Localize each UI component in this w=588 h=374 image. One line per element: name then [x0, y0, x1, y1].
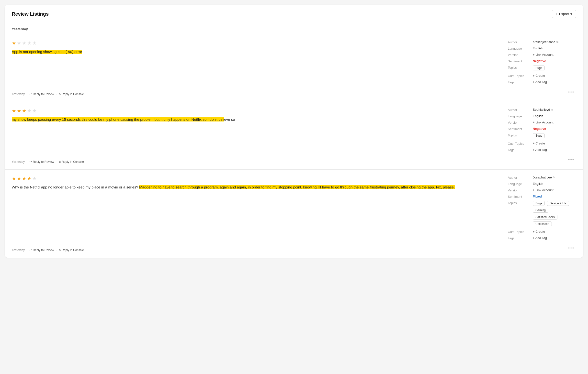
review-highlight-0: my show keeps pausing every 15 seconds t…: [12, 117, 224, 121]
tags-label: Tags: [508, 148, 530, 152]
language-value: English: [533, 182, 543, 186]
author-row: Author prasenjeet saha ⧉: [508, 40, 576, 44]
star-4: ★: [27, 176, 32, 181]
sentiment-label: Sentiment: [508, 59, 530, 63]
topics-row: Topics BugsDesign & UXGamingSatisfied us…: [508, 201, 576, 227]
reply-to-review-link[interactable]: ↩ Reply to Review: [29, 160, 54, 164]
sentiment-row: Sentiment Negative: [508, 59, 576, 63]
language-value: English: [533, 114, 543, 118]
author-row: Author Josaphat Lee ⧉: [508, 176, 576, 179]
reply-to-review-link[interactable]: ↩ Reply to Review: [29, 248, 54, 252]
create-cust-topic-btn[interactable]: + Create: [533, 74, 545, 77]
star-4: ★: [27, 108, 32, 114]
review-main: ★★★★★ App is not opening showing code(-9…: [12, 40, 576, 87]
review-sidebar: Author Josaphat Lee ⧉ Language English V…: [508, 176, 576, 242]
sentiment-label: Sentiment: [508, 127, 530, 131]
star-1: ★: [12, 40, 16, 46]
export-button[interactable]: ↓ Export ▾: [552, 10, 576, 18]
more-options-button[interactable]: •••: [566, 90, 576, 95]
topic-pill-2: Gaming: [533, 208, 548, 213]
topic-pill-3: Satisfied users: [533, 215, 557, 220]
author-label: Author: [508, 176, 530, 179]
topics-wrap: Bugs: [533, 133, 546, 139]
review-footer: Yesterday · ↩ Reply to Review · ⧉ Reply …: [12, 88, 576, 96]
topic-pill-0: Bugs: [533, 66, 545, 70]
add-tag-btn[interactable]: + Add Tag: [533, 80, 547, 84]
cust-topics-row: Cust Topics + Create: [508, 74, 576, 78]
star-3: ★: [22, 40, 26, 46]
more-options-button[interactable]: •••: [566, 246, 576, 251]
review-meta: Yesterday · ↩ Reply to Review · ⧉ Reply …: [12, 248, 84, 252]
star-3: ★: [22, 108, 26, 114]
star-1: ★: [12, 108, 16, 114]
author-value: Sophia lloyd ⧉: [533, 108, 553, 111]
sentiment-label: Sentiment: [508, 195, 530, 198]
sentiment-row: Sentiment Negative: [508, 127, 576, 131]
author-label: Author: [508, 108, 530, 112]
version-label: Version: [508, 121, 530, 124]
dot-separator-1: ·: [27, 248, 27, 252]
topics-wrap: Bugs: [533, 66, 546, 71]
external-link-icon: ⧉: [556, 40, 558, 44]
topic-pill-1: Design & UX: [547, 201, 569, 206]
review-content: ★★★★★ my show keeps pausing every 15 sec…: [12, 108, 502, 154]
language-row: Language English: [508, 46, 576, 50]
external-link-icon: ⧉: [551, 108, 553, 111]
reply-in-console-link[interactable]: ⧉ Reply in Console: [59, 160, 84, 164]
review-content: ★★★★★ Why is the Netflix app no longer a…: [12, 176, 502, 242]
create-cust-topic-btn[interactable]: + Create: [533, 142, 545, 145]
link-account-btn[interactable]: + Link Account: [533, 121, 554, 124]
review-card-1: ★★★★★ App is not opening showing code(-9…: [5, 34, 583, 102]
reviews-container: ★★★★★ App is not opening showing code(-9…: [5, 34, 583, 258]
cust-topics-row: Cust Topics + Create: [508, 230, 576, 234]
export-label: Export: [559, 12, 569, 16]
version-row: Version + Link Account: [508, 188, 576, 192]
reply-in-console-link[interactable]: ⧉ Reply in Console: [59, 248, 84, 252]
dot-separator-2: ·: [56, 160, 57, 164]
topic-pill-0: Bugs: [533, 133, 545, 138]
chevron-down-icon: ▾: [570, 12, 572, 16]
cust-topics-label: Cust Topics: [508, 142, 530, 145]
dot-separator-2: ·: [56, 248, 57, 252]
language-label: Language: [508, 46, 530, 50]
version-label: Version: [508, 188, 530, 192]
star-4: ★: [27, 40, 32, 46]
star-2: ★: [17, 40, 21, 46]
ext-link-icon: ⧉: [59, 160, 61, 164]
language-label: Language: [508, 182, 530, 186]
review-text: App is not opening showing code(-90) err…: [12, 49, 502, 55]
add-tag-btn[interactable]: + Add Tag: [533, 236, 547, 240]
review-plain-1: eve so: [224, 117, 235, 121]
sentiment-value: Mixed: [533, 195, 542, 198]
reply-in-console-link[interactable]: ⧉ Reply in Console: [59, 92, 84, 96]
link-account-btn[interactable]: + Link Account: [533, 53, 554, 56]
create-cust-topic-btn[interactable]: + Create: [533, 230, 545, 233]
sentiment-row: Sentiment Mixed: [508, 195, 576, 198]
topics-label: Topics: [508, 133, 530, 137]
cust-topics-label: Cust Topics: [508, 230, 530, 234]
more-options-button[interactable]: •••: [566, 157, 576, 163]
external-link-icon: ⧉: [553, 176, 555, 179]
reply-to-review-link[interactable]: ↩ Reply to Review: [29, 92, 54, 96]
language-row: Language English: [508, 182, 576, 186]
topics-label: Topics: [508, 66, 530, 69]
star-rating: ★★★★★: [12, 108, 502, 114]
review-footer: Yesterday · ↩ Reply to Review · ⧉ Reply …: [12, 156, 576, 164]
language-row: Language English: [508, 114, 576, 118]
review-card-2: ★★★★★ my show keeps pausing every 15 sec…: [5, 102, 583, 169]
download-icon: ↓: [556, 12, 558, 16]
star-rating: ★★★★★: [12, 176, 502, 181]
cust-topics-label: Cust Topics: [508, 74, 530, 78]
tags-label: Tags: [508, 236, 530, 240]
review-sidebar: Author prasenjeet saha ⧉ Language Englis…: [508, 40, 576, 87]
topics-label: Topics: [508, 201, 530, 205]
page-title: Review Listings: [12, 11, 49, 17]
section-label: Yesterday: [5, 23, 583, 34]
sentiment-value: Negative: [533, 59, 546, 63]
topics-wrap: BugsDesign & UXGamingSatisfied usersUse …: [533, 201, 576, 227]
review-sidebar: Author Sophia lloyd ⧉ Language English V…: [508, 108, 576, 154]
author-value: Josaphat Lee ⧉: [533, 176, 555, 179]
link-account-btn[interactable]: + Link Account: [533, 188, 554, 192]
review-text: my show keeps pausing every 15 seconds t…: [12, 117, 502, 122]
add-tag-btn[interactable]: + Add Tag: [533, 148, 547, 152]
